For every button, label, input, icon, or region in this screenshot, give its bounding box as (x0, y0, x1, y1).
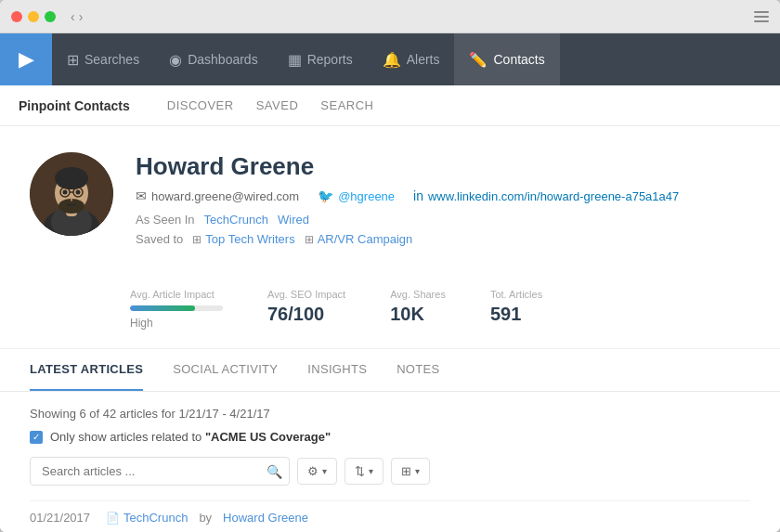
sort-icon: ⇅ (355, 464, 365, 478)
checkbox-checkmark: ✓ (32, 433, 40, 442)
back-arrow[interactable]: ‹ (71, 9, 75, 24)
nav-item-dashboards[interactable]: ◉ Dashboards (154, 33, 273, 85)
linkedin-icon: in (413, 188, 423, 203)
view-button[interactable]: ⊞ ▾ (391, 458, 430, 485)
sort-button[interactable]: ⇅ ▾ (344, 458, 384, 485)
stats-section: Avg. Article Impact High Avg. SEO Impact… (0, 274, 780, 349)
svg-point-6 (57, 175, 86, 189)
contact-links: ✉ howard.greene@wired.com 🐦 @hgreene in … (136, 188, 750, 203)
table-row: 01/21/2017 📄 TechCrunch by Howard Greene (30, 500, 750, 532)
hamburger-menu[interactable] (754, 11, 769, 22)
progress-bar-container (130, 305, 223, 311)
top-nav: ▶ ⊞ Searches ◉ Dashboards ▦ Reports 🔔 Al… (0, 33, 780, 85)
saved-to-row: Saved to ⊞ Top Tech Writers ⊞ AR/VR Camp… (136, 232, 750, 246)
twitter-icon: 🐦 (318, 188, 333, 203)
forward-arrow[interactable]: › (79, 9, 84, 24)
filter-button[interactable]: ⚙ ▾ (297, 458, 337, 485)
tab-social-activity[interactable]: SOCIAL ACTIVITY (173, 349, 278, 391)
nav-items: ⊞ Searches ◉ Dashboards ▦ Reports 🔔 Aler… (52, 33, 780, 85)
search-toolbar: 🔍 ⚙ ▾ ⇅ ▾ ⊞ ▾ (30, 457, 750, 486)
alerts-icon: 🔔 (383, 51, 401, 69)
stat-avg-seo-impact: Avg. SEO Impact 76/100 (267, 289, 345, 330)
saved-tag-icon-2: ⊞ (305, 233, 314, 246)
search-input[interactable] (30, 457, 290, 486)
articles-section: Showing 6 of 42 articles for 1/21/17 - 4… (0, 392, 780, 532)
tab-notes[interactable]: NOTES (396, 349, 439, 391)
stat-tot-articles: Tot. Articles 591 (490, 289, 542, 330)
nav-arrows: ‹ › (71, 9, 83, 24)
app-window: ‹ › ▶ ⊞ Searches ◉ Dashboards ▦ Reports (0, 0, 780, 532)
article-source-icon: 📄 (106, 512, 120, 525)
sub-nav-brand: Pinpoint Contacts (19, 98, 130, 113)
seen-in-wired[interactable]: Wired (278, 213, 309, 227)
article-date: 01/21/2017 (30, 511, 95, 525)
svg-point-9 (76, 190, 81, 195)
twitter-link[interactable]: 🐦 @hgreene (318, 188, 395, 203)
sub-nav: Pinpoint Contacts DISCOVER SAVED SEARCH (0, 85, 780, 126)
tab-insights[interactable]: INSIGHTS (307, 349, 367, 391)
nav-item-contacts[interactable]: ✏️ Contacts (454, 33, 559, 85)
saved-arvr-campaign[interactable]: ⊞ AR/VR Campaign (305, 232, 413, 246)
saved-top-tech-writers[interactable]: ⊞ Top Tech Writers (192, 232, 294, 246)
sub-nav-discover[interactable]: DISCOVER (167, 98, 234, 112)
reports-icon: ▦ (288, 51, 302, 69)
stat-avg-article-impact: Avg. Article Impact High (130, 289, 223, 330)
dashboards-icon: ◉ (169, 51, 182, 69)
title-bar: ‹ › (0, 0, 780, 33)
minimize-button[interactable] (28, 11, 39, 22)
seen-in-row: As Seen In TechCrunch Wired (136, 213, 750, 227)
search-input-wrap: 🔍 (30, 457, 290, 486)
email-link[interactable]: ✉ howard.greene@wired.com (136, 188, 299, 203)
tab-latest-articles[interactable]: LATEST ARTICLES (30, 349, 143, 391)
article-source[interactable]: 📄 TechCrunch (106, 511, 188, 525)
profile-info: Howard Greene ✉ howard.greene@wired.com … (136, 152, 750, 252)
saved-tag-icon-1: ⊞ (192, 233, 202, 246)
articles-filter-checkbox[interactable]: ✓ (30, 431, 43, 444)
tabs-section: LATEST ARTICLES SOCIAL ACTIVITY INSIGHTS… (0, 349, 780, 392)
close-button[interactable] (11, 11, 22, 22)
checkbox-label: Only show articles related to "ACME US C… (50, 430, 331, 444)
profile-name: Howard Greene (136, 152, 750, 181)
sub-nav-saved[interactable]: SAVED (256, 98, 299, 112)
email-icon: ✉ (136, 188, 147, 203)
nav-item-alerts[interactable]: 🔔 Alerts (368, 33, 455, 85)
searches-icon: ⊞ (67, 51, 79, 69)
sub-nav-search[interactable]: SEARCH (320, 98, 373, 112)
avatar (30, 152, 113, 236)
svg-point-8 (63, 190, 68, 195)
sort-chevron: ▾ (369, 466, 373, 476)
filter-icon: ⚙ (307, 464, 318, 478)
logo-icon: ▶ (19, 47, 34, 71)
logo[interactable]: ▶ (0, 33, 52, 85)
checkbox-row: ✓ Only show articles related to "ACME US… (30, 430, 750, 444)
view-icon: ⊞ (401, 464, 411, 478)
filter-chevron: ▾ (322, 466, 327, 476)
contacts-icon: ✏️ (469, 51, 488, 69)
traffic-lights (11, 11, 56, 22)
linkedin-link[interactable]: in www.linkedin.com/in/howard-greene-a75… (413, 188, 679, 203)
seen-in-techcrunch[interactable]: TechCrunch (204, 213, 268, 227)
articles-header: Showing 6 of 42 articles for 1/21/17 - 4… (30, 407, 750, 421)
article-author[interactable]: Howard Greene (223, 511, 308, 525)
profile-section: Howard Greene ✉ howard.greene@wired.com … (0, 126, 780, 274)
main-content: Howard Greene ✉ howard.greene@wired.com … (0, 126, 780, 532)
article-by: by (199, 511, 212, 525)
nav-item-searches[interactable]: ⊞ Searches (52, 33, 154, 85)
stat-avg-shares: Avg. Shares 10K (390, 289, 446, 330)
maximize-button[interactable] (45, 11, 56, 22)
view-chevron: ▾ (415, 466, 420, 476)
avatar-container (30, 152, 113, 236)
progress-bar-fill (130, 305, 195, 311)
search-icon[interactable]: 🔍 (266, 464, 282, 479)
nav-item-reports[interactable]: ▦ Reports (273, 33, 368, 85)
